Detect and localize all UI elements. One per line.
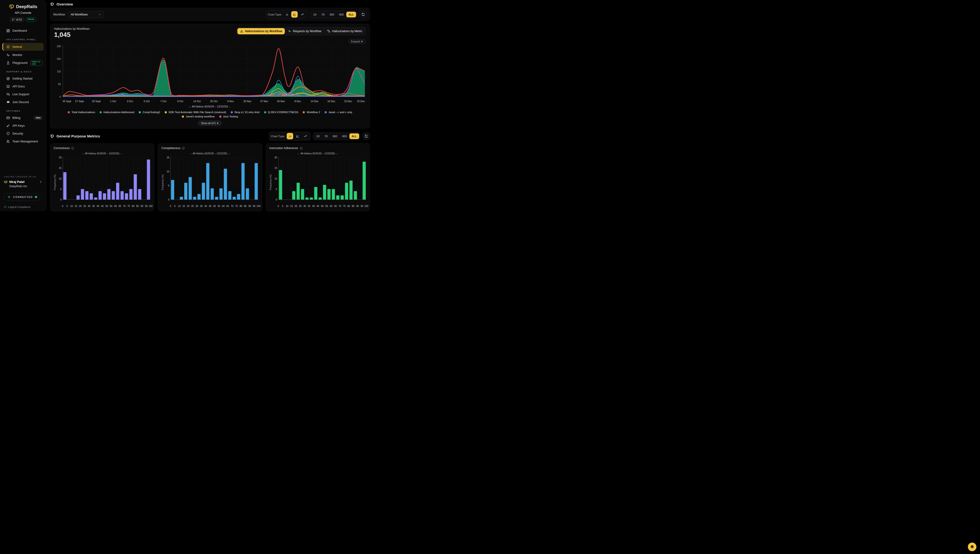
legend-item[interactable]: Janet - c and c only [325,111,352,114]
sidebar-item-join-discord[interactable]: Join Discord [0,99,46,106]
tab-hallucinations-by-workflow[interactable]: Hallucinations by Workflow [237,28,285,34]
chart-type-bar-button[interactable] [287,133,293,139]
x-tick: 25 Oct [210,100,218,103]
x-tick: 5 [282,205,283,207]
sidebar-item-label: Team Management [13,140,38,143]
range-1d-button[interactable]: 1D [311,12,319,18]
sidebar-item-live-support[interactable]: Live Support [0,91,46,98]
x-tick: 85 [244,205,247,207]
org-name: DeepRails Inc [9,185,42,188]
correctness-histogram[interactable] [63,156,151,204]
legend-item[interactable]: Hallucinations Addressed [100,111,134,114]
range-30d-button[interactable]: 30D [330,134,340,139]
show-all-button[interactable]: Show all (47) ▼ [198,121,222,126]
page-header: Overview [50,0,370,6]
sidebar-item-getting-started[interactable]: Getting Started [0,75,46,82]
deeprails-logo-icon [9,4,14,10]
x-tick: 30 Nov [277,100,285,103]
x-tick: 60 [222,205,225,207]
section-support-docs: SUPPORT & DOCS [6,70,46,73]
x-tick: 30 [196,205,198,207]
x-tick: 25 [299,205,302,207]
chart-type-line-button[interactable] [294,133,301,139]
y-axis-title: Frequency (%) [269,156,273,208]
key-icon [6,124,10,128]
legend-item[interactable]: SDK Test Automatic With File Search (res… [165,111,226,114]
x-tick: 7 Oct [160,100,166,103]
version-badge: v0.52 [10,17,24,22]
range-30d-button[interactable]: 30D [327,12,337,18]
x-tick: 85 [136,205,139,207]
hallucinations-tabs: Hallucinations by Workflow Requests by W… [236,27,366,35]
chart-type-line-button[interactable] [291,11,298,18]
chart-type-bar-button[interactable] [284,11,290,18]
range-1d-button[interactable]: 1D [314,134,322,139]
sidebar-item-team-management[interactable]: Team Management [0,138,46,145]
sidebar-item-api-keys[interactable]: API Keys [0,122,46,129]
range-all-button[interactable]: ALL [346,12,356,18]
tab-requests-by-workflow[interactable]: Requests by Workflow [285,28,324,34]
refresh-button[interactable] [359,11,367,18]
expand-button[interactable]: Expand ▼ [348,39,366,44]
x-tick: 60 [330,205,332,207]
hallucinations-chart-svg[interactable] [63,45,365,99]
completeness-histogram[interactable] [171,156,259,204]
x-tick: 100 [149,205,153,207]
y-tick: 0 [60,198,62,201]
range-7d-button[interactable]: 7D [319,12,327,18]
range-7d-button[interactable]: 7D [322,134,330,139]
refresh-button[interactable] [362,132,370,140]
warning-triangle-icon [240,30,243,33]
legend-item[interactable]: Janet's testing workflow [182,115,214,118]
sidebar-item-dashboard[interactable]: Dashboard [0,27,46,34]
legend-item[interactable]: Jack Testing [219,115,238,118]
y-tick: 110 [54,70,61,73]
x-tick: 10 [286,205,288,207]
chart-type-trend-button[interactable] [302,133,308,139]
sidebar-item-label: Join Discord [13,100,29,104]
user-row[interactable]: Niraj Patel [4,180,42,184]
y-tick: 15 [59,167,62,169]
legend-item[interactable]: Q-DEV-CORRECTNESS [264,111,298,114]
tab-hallucinations-by-metric[interactable]: Hallucinations by Metric [324,28,365,34]
sidebar-item-security[interactable]: Security [0,130,46,137]
sidebar-item-api-docs[interactable]: API Docs [0,83,46,90]
range-all-button[interactable]: ALL [350,134,359,139]
sidebar-item-billing[interactable]: Billing PRO [0,114,46,121]
sidebar-item-monitor[interactable]: Monitor [0,51,46,59]
info-icon[interactable] [300,147,303,150]
y-tick: 0 [276,198,277,201]
x-tick: 14 Oct [193,100,201,103]
legend-item[interactable]: Niraj v1 10 retry limit [231,111,260,114]
chevron-right-icon[interactable] [39,180,42,183]
info-icon[interactable] [71,147,74,150]
x-tick: 15 [290,205,293,207]
workflow-select[interactable]: All Workflows [68,11,104,18]
y-tick: 15 [275,167,277,169]
legal-compliance-link[interactable]: Legal & Compliance [4,205,42,209]
hallucinations-total: 1,045 [54,31,89,38]
connected-dot [35,196,37,198]
chart-type-trend-button[interactable] [299,11,305,18]
main-content: Overview Workflow: All Workflows Chart T… [46,0,374,211]
sidebar-item-playground[interactable]: Playground FREE TO USE [0,59,46,67]
x-tick: 9 Oct [177,100,183,103]
x-tick: 100 [364,205,369,207]
legend-item[interactable]: Total Hallucinations [68,111,95,114]
info-icon[interactable] [182,147,185,150]
brand-name: DeepRails [16,4,37,9]
legend-item[interactable]: Workflow 2 [303,111,320,114]
x-tick: 3 Oct [127,100,133,103]
x-tick: 19 Dec [344,100,352,103]
x-tick: 5 [67,205,68,207]
x-tick: 27 Sept [75,100,84,103]
y-tick: 15 [167,156,169,159]
dashboard-icon [6,29,10,33]
instruction-adherence-histogram[interactable] [278,156,366,204]
sidebar-item-defend[interactable]: Defend [2,43,44,51]
range-90d-button[interactable]: 90D [340,134,349,139]
legend-item[interactable]: CompTesting2 [139,111,160,114]
x-tick: 15 [182,205,185,207]
range-90d-button[interactable]: 90D [337,12,346,18]
x-tick: 75 [343,205,346,207]
